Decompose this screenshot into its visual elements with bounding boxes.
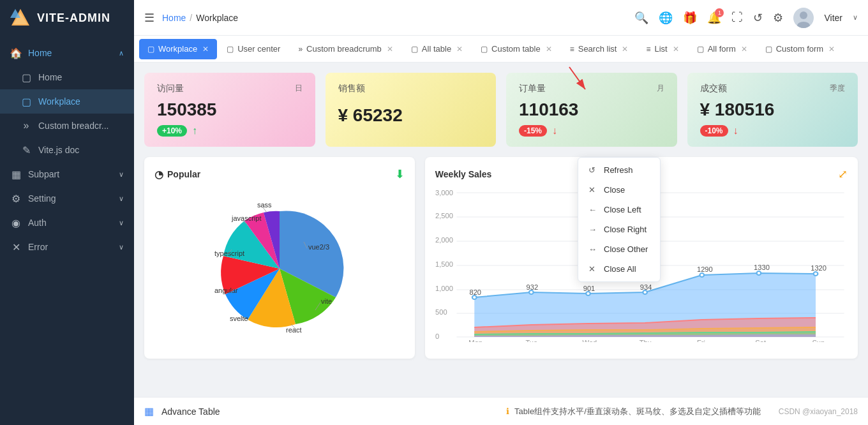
svg-text:Mon: Mon <box>468 339 483 342</box>
sidebar-item-setting-label: Setting <box>28 193 56 204</box>
svg-text:typescript: typescript <box>214 250 244 257</box>
tab-custom-breadcrumb-close[interactable]: ✕ <box>387 45 393 54</box>
close-context-icon: ✕ <box>588 185 599 195</box>
user-name[interactable]: Viter <box>824 13 842 23</box>
close-all-context-icon: ✕ <box>588 264 599 274</box>
context-menu-close-other[interactable]: ↔ Close Other <box>578 239 660 259</box>
sidebar-item-auth[interactable]: ◉ Auth ∨ <box>0 211 134 235</box>
share-icon[interactable]: ⤢ <box>838 167 848 181</box>
sidebar-item-error-label: Error <box>28 242 48 252</box>
user-chevron-icon[interactable]: ∨ <box>853 13 858 22</box>
sidebar-item-workplace-label: Workplace <box>38 96 80 107</box>
tab-all-table[interactable]: ▢ All table ✕ <box>403 39 471 59</box>
context-menu-refresh[interactable]: ↺ Refresh <box>578 160 660 180</box>
tab-all-form-close[interactable]: ✕ <box>741 45 747 54</box>
tab-custom-table-close[interactable]: ✕ <box>546 45 552 54</box>
tab-all-form-icon: ▢ <box>697 45 704 54</box>
svg-text:3,000: 3,000 <box>435 190 453 197</box>
pie-chart-title: ◔ Popular <box>154 168 200 181</box>
context-menu-close-all[interactable]: ✕ Close All <box>578 259 660 279</box>
tab-list-close[interactable]: ✕ <box>673 45 679 54</box>
app-name: VITE-ADMIN <box>37 11 110 25</box>
sidebar-item-custom-breadcr[interactable]: » Custom breadcr... <box>0 114 134 138</box>
fullscreen-icon[interactable]: ⛶ <box>731 11 743 24</box>
breadcrumb: Home / Workplace <box>162 13 238 23</box>
search-icon[interactable]: 🔍 <box>634 11 648 25</box>
refresh-icon[interactable]: ↺ <box>753 11 763 25</box>
tab-custom-breadcrumb-icon: » <box>298 45 303 54</box>
svg-point-56 <box>814 272 818 276</box>
context-menu-close[interactable]: ✕ Close <box>578 180 660 200</box>
bottom-notice: ℹ Table组件支持水平/垂直滚动条、斑马纹、多选及自定义插槽等功能 <box>506 406 761 417</box>
svg-text:svelte: svelte <box>230 315 248 322</box>
tab-workplace[interactable]: ▢ Workplace ✕ <box>139 39 217 59</box>
tab-custom-table[interactable]: ▢ Custom table ✕ <box>472 39 560 59</box>
setting-icon: ⚙ <box>10 193 22 204</box>
sidebar-item-subpart[interactable]: ▦ Subpart ∨ <box>0 162 134 186</box>
bell-icon[interactable]: 🔔 1 <box>707 11 721 25</box>
stat-sales-title: 销售额 <box>338 83 365 94</box>
table-icon: ▦ <box>144 405 154 417</box>
stat-card-orders: 订单量 月 110163 -15% ↓ <box>506 73 677 147</box>
notice-text: Table组件支持水平/垂直滚动条、斑马纹、多选及自定义插槽等功能 <box>514 406 761 417</box>
charts-row: ◔ Popular ⬇ <box>144 157 858 359</box>
settings-icon[interactable]: ⚙ <box>773 11 783 25</box>
sidebar-item-workplace[interactable]: ▢ Workplace <box>0 89 134 114</box>
svg-text:1290: 1290 <box>697 266 713 273</box>
tab-workplace-close[interactable]: ✕ <box>202 45 209 54</box>
breadcrumb-home[interactable]: Home <box>162 13 186 23</box>
tabs-bar-wrapper: ▢ Workplace ✕ ▢ User center » Custom bre… <box>134 36 868 63</box>
stat-card-visits: 访问量 日 150385 +10% ↑ <box>144 73 315 147</box>
svg-text:820: 820 <box>469 289 481 296</box>
tab-custom-breadcrumb[interactable]: » Custom breadcrumb ✕ <box>290 39 401 59</box>
tab-custom-form-icon: ▢ <box>765 45 772 54</box>
tab-search-list[interactable]: ≡ Search list ✕ <box>562 39 637 59</box>
svg-point-50 <box>472 295 477 299</box>
tab-all-table-icon: ▢ <box>411 45 418 54</box>
stat-sales-value: ¥ 65232 <box>338 105 484 126</box>
svg-point-55 <box>756 271 761 275</box>
tab-all-form[interactable]: ▢ All form ✕ <box>689 39 756 59</box>
sidebar-item-setting[interactable]: ⚙ Setting ∨ <box>0 186 134 211</box>
sidebar-item-home[interactable]: ▢ Home <box>0 65 134 89</box>
sidebar-item-subpart-label: Subpart <box>28 169 59 179</box>
download-icon[interactable]: ⬇ <box>395 167 405 181</box>
globe-icon[interactable]: 🌐 <box>659 11 673 25</box>
area-chart-title: Weekly Sales <box>435 169 491 179</box>
stat-orders-arrow: ↓ <box>552 125 557 137</box>
auth-icon: ◉ <box>10 217 22 228</box>
tab-user-center[interactable]: ▢ User center <box>218 39 288 59</box>
menu-toggle-icon[interactable]: ☰ <box>144 11 154 25</box>
tab-search-list-icon: ≡ <box>570 45 574 54</box>
context-menu-close-other-label: Close Other <box>604 244 648 254</box>
svg-text:934: 934 <box>640 284 652 291</box>
sidebar-item-vitejs[interactable]: ✎ Vite.js doc <box>0 138 134 162</box>
context-menu-close-right-label: Close Right <box>604 225 647 234</box>
context-menu-close-right[interactable]: → Close Right <box>578 220 660 239</box>
tab-custom-form[interactable]: ▢ Custom form ✕ <box>757 39 843 59</box>
home-icon: ▢ <box>20 71 32 83</box>
tab-list[interactable]: ≡ List ✕ <box>638 39 687 59</box>
svg-text:1320: 1320 <box>811 265 827 272</box>
tab-custom-form-close[interactable]: ✕ <box>828 45 835 54</box>
vitejs-icon: ✎ <box>20 144 32 156</box>
stat-visits-title: 访问量 <box>157 83 184 94</box>
stats-row: 访问量 日 150385 +10% ↑ 销售额 ¥ 65232 <box>144 73 858 147</box>
gift-icon[interactable]: 🎁 <box>683 11 697 25</box>
sidebar-item-auth-label: Auth <box>28 218 47 228</box>
svg-text:500: 500 <box>435 309 447 316</box>
context-menu-close-left[interactable]: ← Close Left <box>578 200 660 220</box>
sidebar-item-custom-breadcr-label: Custom breadcr... <box>38 121 109 131</box>
stat-revenue-title: 成交额 <box>700 83 727 94</box>
svg-text:2,000: 2,000 <box>435 237 453 244</box>
svg-text:Fri: Fri <box>697 339 705 342</box>
sidebar-item-home-group-label: Home <box>28 48 52 58</box>
tab-search-list-close[interactable]: ✕ <box>622 45 628 54</box>
tab-all-table-close[interactable]: ✕ <box>456 45 463 54</box>
notification-badge: 1 <box>715 8 724 17</box>
stat-revenue-arrow: ↓ <box>733 125 738 137</box>
chevron-down-icon-3: ∨ <box>119 219 124 227</box>
sidebar-item-home-group[interactable]: 🏠 Home ∧ <box>0 41 134 65</box>
sidebar-item-error[interactable]: ✕ Error ∨ <box>0 235 134 259</box>
svg-text:Tue: Tue <box>525 339 537 342</box>
